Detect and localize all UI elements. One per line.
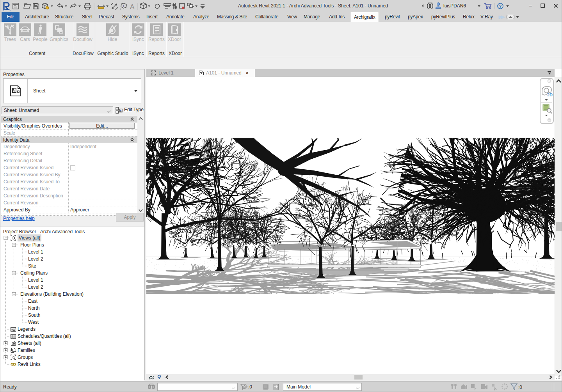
svg-text:1: 1	[123, 4, 124, 8]
svg-text:2D: 2D	[547, 92, 553, 97]
svg-text:?: ?	[499, 4, 502, 9]
svg-text::0: :0	[518, 385, 522, 390]
svg-text:luisPDAN6: luisPDAN6	[443, 3, 466, 9]
svg-text:A: A	[130, 3, 135, 11]
